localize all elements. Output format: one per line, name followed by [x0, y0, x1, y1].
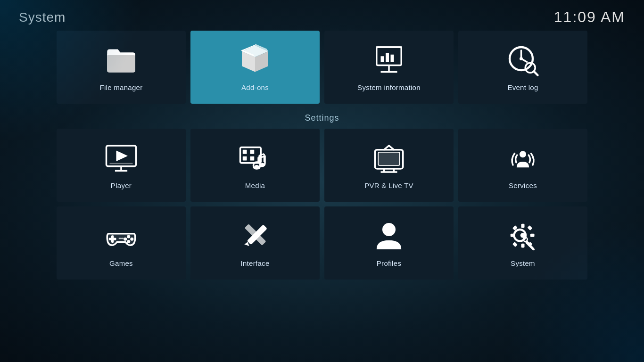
tile-profiles-label: Profiles — [377, 259, 401, 267]
tv-icon — [372, 142, 405, 175]
svg-point-30 — [254, 165, 259, 169]
gamepad-icon — [105, 220, 138, 253]
tile-event-log-label: Event log — [507, 83, 538, 91]
tile-interface[interactable]: Interface — [190, 206, 320, 280]
settings-row-1: Player — [57, 129, 587, 202]
svg-rect-28 — [243, 156, 247, 161]
svg-point-46 — [127, 235, 130, 238]
svg-rect-0 — [107, 55, 135, 73]
settings-section-label: Settings — [57, 113, 587, 123]
tile-profiles[interactable]: Profiles — [324, 206, 454, 280]
svg-rect-9 — [386, 53, 389, 62]
tile-system-information[interactable]: System information — [324, 31, 454, 104]
svg-rect-8 — [381, 56, 384, 62]
tile-pvr-live-tv-label: PVR & Live TV — [364, 181, 413, 189]
svg-rect-63 — [512, 242, 518, 247]
settings-row-2: Games Interface — [57, 206, 587, 280]
svg-line-34 — [259, 154, 264, 156]
top-row: File manager Add-ons — [57, 31, 587, 104]
svg-rect-60 — [530, 234, 535, 237]
tile-add-ons[interactable]: Add-ons — [190, 31, 320, 104]
svg-rect-24 — [110, 163, 133, 165]
svg-rect-29 — [250, 156, 255, 161]
svg-rect-50 — [119, 238, 121, 239]
tile-event-log[interactable]: Event log — [458, 31, 587, 104]
tile-pvr-live-tv[interactable]: PVR & Live TV — [324, 129, 454, 202]
tile-system[interactable]: System — [458, 206, 587, 280]
tile-games[interactable]: Games — [57, 206, 186, 280]
tile-file-manager[interactable]: File manager — [57, 31, 186, 104]
svg-point-31 — [260, 163, 264, 166]
tile-add-ons-label: Add-ons — [241, 83, 269, 91]
svg-rect-10 — [391, 55, 394, 62]
monitor-play-icon — [105, 142, 138, 175]
tile-media[interactable]: Media — [190, 129, 320, 202]
svg-rect-38 — [378, 152, 400, 165]
tile-system-information-label: System information — [357, 83, 421, 91]
box-icon — [239, 44, 272, 77]
svg-rect-58 — [521, 244, 525, 248]
tile-media-label: Media — [245, 181, 265, 189]
gear-wrench-icon — [506, 220, 539, 253]
tile-interface-label: Interface — [240, 259, 269, 267]
tile-player[interactable]: Player — [57, 129, 186, 202]
svg-point-49 — [124, 238, 127, 241]
svg-point-43 — [520, 151, 526, 157]
svg-rect-27 — [250, 150, 255, 154]
tile-file-manager-label: File manager — [99, 83, 142, 91]
svg-line-17 — [521, 59, 527, 62]
svg-rect-59 — [511, 234, 515, 237]
folder-icon — [105, 44, 138, 77]
svg-point-55 — [382, 223, 396, 236]
current-time: 11:09 AM — [554, 8, 625, 26]
svg-marker-53 — [244, 242, 249, 246]
tile-system-label: System — [511, 259, 535, 267]
svg-rect-26 — [243, 150, 247, 154]
media-icon — [239, 142, 272, 175]
svg-line-19 — [534, 72, 538, 75]
person-icon — [372, 220, 405, 253]
clock-search-icon — [506, 44, 539, 77]
svg-rect-57 — [521, 224, 525, 228]
main-content: File manager Add-ons — [0, 31, 644, 280]
tile-services-label: Services — [509, 181, 537, 189]
tools-icon — [239, 220, 272, 253]
tile-player-label: Player — [111, 181, 132, 189]
svg-marker-21 — [116, 150, 128, 161]
svg-rect-51 — [121, 238, 124, 239]
chart-presentation-icon — [372, 44, 405, 77]
header: System 11:09 AM — [0, 0, 644, 31]
tile-games-label: Games — [109, 259, 133, 267]
page-title: System — [19, 10, 66, 25]
broadcast-icon — [506, 142, 539, 175]
svg-point-47 — [130, 238, 133, 241]
svg-point-48 — [127, 240, 130, 243]
svg-rect-62 — [527, 225, 532, 230]
svg-rect-45 — [109, 238, 116, 240]
tile-services[interactable]: Services — [458, 129, 587, 202]
